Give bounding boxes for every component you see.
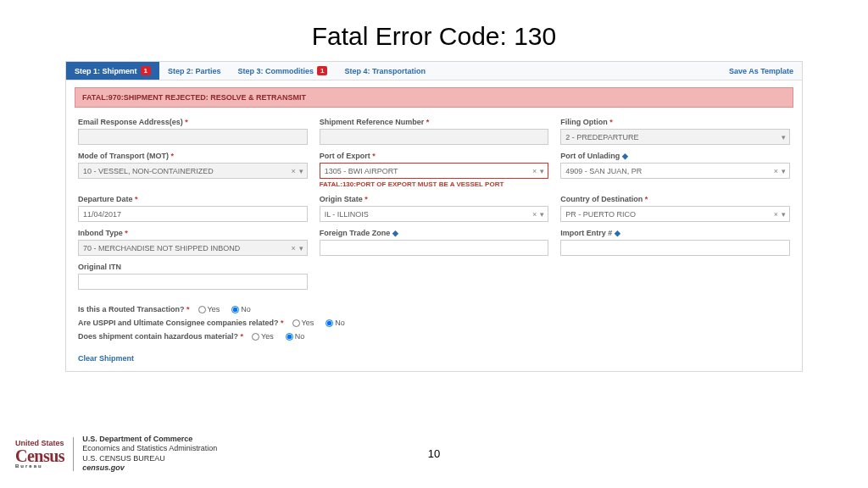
step-tabs: Step 1: Shipment 1 Step 2: Parties Step … bbox=[66, 62, 802, 80]
department-text: U.S. Department of Commerce Economics an… bbox=[82, 435, 217, 473]
questions-section: Is this a Routed Transaction? * Yes No A… bbox=[66, 298, 802, 354]
port-of-export-field: Port of Export * 1305 - BWI AIRPORT × ▾ … bbox=[320, 152, 549, 188]
tab-step-1-shipment[interactable]: Step 1: Shipment 1 bbox=[66, 62, 159, 80]
census-logo-block: United States Census Bureau U.S. Departm… bbox=[15, 435, 217, 473]
chevron-down-icon: ▾ bbox=[299, 244, 303, 252]
port-of-export-select[interactable]: 1305 - BWI AIRPORT × ▾ bbox=[320, 163, 549, 179]
field-label: Email Response Address(es) * bbox=[78, 118, 308, 126]
shipment-reference-input[interactable] bbox=[320, 129, 549, 145]
divider bbox=[73, 437, 74, 471]
fatal-alert-banner: FATAL:970:SHIPMENT REJECTED: RESOLVE & R… bbox=[75, 87, 793, 108]
clear-shipment-link[interactable]: Clear Shipment bbox=[66, 354, 802, 371]
hazmat-no-radio[interactable] bbox=[286, 333, 293, 341]
clear-icon: × bbox=[774, 210, 778, 219]
mode-of-transport-field: Mode of Transport (MOT) * 10 - VESSEL, N… bbox=[78, 152, 308, 188]
save-as-template-link[interactable]: Save As Template bbox=[721, 67, 802, 75]
original-itn-field: Original ITN bbox=[78, 263, 308, 290]
field-label: Shipment Reference Number * bbox=[320, 118, 549, 126]
routed-no-radio[interactable] bbox=[231, 306, 239, 313]
chevron-down-icon: ▾ bbox=[540, 210, 544, 219]
tab-label: Step 1: Shipment bbox=[75, 67, 137, 75]
mode-of-transport-select[interactable]: 10 - VESSEL, NON-CONTAINERIZED × ▾ bbox=[78, 163, 308, 179]
error-badge: 1 bbox=[141, 66, 151, 75]
tab-step-2-parties[interactable]: Step 2: Parties bbox=[159, 62, 230, 80]
email-input[interactable] bbox=[78, 129, 308, 145]
field-label: Foreign Trade Zone ◆ bbox=[320, 229, 549, 237]
tab-step-3-commodities[interactable]: Step 3: Commodities 1 bbox=[230, 62, 337, 80]
field-label: Filing Option * bbox=[560, 118, 790, 126]
routed-transaction-question: Is this a Routed Transaction? * Yes No bbox=[78, 305, 790, 313]
departure-date-input[interactable] bbox=[78, 206, 308, 222]
chevron-down-icon: ▾ bbox=[299, 167, 303, 175]
import-entry-field: Import Entry # ◆ bbox=[560, 229, 790, 256]
field-label: Port of Export * bbox=[320, 152, 549, 160]
filing-option-field: Filing Option * 2 - PREDEPARTURE ▾ bbox=[560, 118, 790, 145]
hazmat-yes-radio[interactable] bbox=[252, 333, 259, 341]
foreign-trade-zone-input[interactable] bbox=[320, 240, 549, 256]
field-label: Mode of Transport (MOT) * bbox=[78, 152, 308, 160]
foreign-trade-zone-field: Foreign Trade Zone ◆ bbox=[320, 229, 549, 256]
tab-step-4-transportation[interactable]: Step 4: Transportation bbox=[336, 62, 434, 80]
field-label: Port of Unlading ◆ bbox=[560, 152, 790, 160]
port-of-unlading-field: Port of Unlading ◆ 4909 - SAN JUAN, PR ×… bbox=[560, 152, 790, 188]
clear-icon: × bbox=[774, 167, 778, 175]
shipment-form-panel: Step 1: Shipment 1 Step 2: Parties Step … bbox=[65, 61, 803, 372]
info-diamond-icon: ◆ bbox=[622, 152, 628, 160]
field-label: Origin State * bbox=[320, 195, 549, 203]
chevron-down-icon: ▾ bbox=[782, 133, 786, 141]
original-itn-input[interactable] bbox=[78, 274, 308, 290]
country-destination-field: Country of Destination * PR - PUERTO RIC… bbox=[560, 195, 790, 222]
companies-related-question: Are USPPI and Ultimate Consignee compani… bbox=[78, 319, 790, 327]
filing-option-select[interactable]: 2 - PREDEPARTURE ▾ bbox=[560, 129, 790, 145]
info-diamond-icon: ◆ bbox=[615, 229, 620, 237]
inbond-type-select[interactable]: 70 - MERCHANDISE NOT SHIPPED INBOND × ▾ bbox=[78, 240, 308, 256]
slide-footer: United States Census Bureau U.S. Departm… bbox=[15, 435, 853, 473]
clear-icon: × bbox=[291, 244, 295, 252]
routed-yes-radio[interactable] bbox=[198, 306, 206, 313]
chevron-down-icon: ▾ bbox=[782, 167, 786, 175]
inbond-type-field: Inbond Type * 70 - MERCHANDISE NOT SHIPP… bbox=[78, 229, 308, 256]
field-label: Departure Date * bbox=[78, 195, 308, 203]
clear-icon: × bbox=[532, 167, 537, 175]
email-response-field: Email Response Address(es) * bbox=[78, 118, 308, 145]
import-entry-input[interactable] bbox=[560, 240, 790, 256]
tab-label: Step 3: Commodities bbox=[238, 67, 314, 75]
field-label: Original ITN bbox=[78, 263, 308, 271]
chevron-down-icon: ▾ bbox=[540, 167, 544, 175]
related-yes-radio[interactable] bbox=[292, 319, 300, 327]
error-badge: 1 bbox=[317, 66, 327, 75]
census-logo: United States Census Bureau bbox=[15, 440, 64, 469]
clear-icon: × bbox=[291, 167, 295, 175]
origin-state-select[interactable]: IL - ILLINOIS × ▾ bbox=[320, 206, 549, 222]
clear-icon: × bbox=[532, 210, 537, 219]
shipment-reference-field: Shipment Reference Number * bbox=[320, 118, 549, 145]
hazmat-question: Does shipment contain hazardous material… bbox=[78, 332, 790, 341]
port-of-unlading-select[interactable]: 4909 - SAN JUAN, PR × ▾ bbox=[560, 163, 790, 179]
page-number: 10 bbox=[428, 447, 440, 460]
chevron-down-icon: ▾ bbox=[782, 210, 786, 219]
field-label: Import Entry # ◆ bbox=[560, 229, 790, 237]
related-no-radio[interactable] bbox=[326, 319, 333, 327]
port-of-export-error: FATAL:130:PORT OF EXPORT MUST BE A VESSE… bbox=[320, 180, 549, 188]
slide-title: Fatal Error Code: 130 bbox=[0, 22, 868, 51]
origin-state-field: Origin State * IL - ILLINOIS × ▾ bbox=[320, 195, 549, 222]
departure-date-field: Departure Date * bbox=[78, 195, 308, 222]
form-grid: Email Response Address(es) * Shipment Re… bbox=[66, 114, 802, 298]
field-label: Inbond Type * bbox=[78, 229, 308, 237]
field-label: Country of Destination * bbox=[560, 195, 790, 203]
info-diamond-icon: ◆ bbox=[392, 229, 398, 237]
country-destination-select[interactable]: PR - PUERTO RICO × ▾ bbox=[560, 206, 790, 222]
